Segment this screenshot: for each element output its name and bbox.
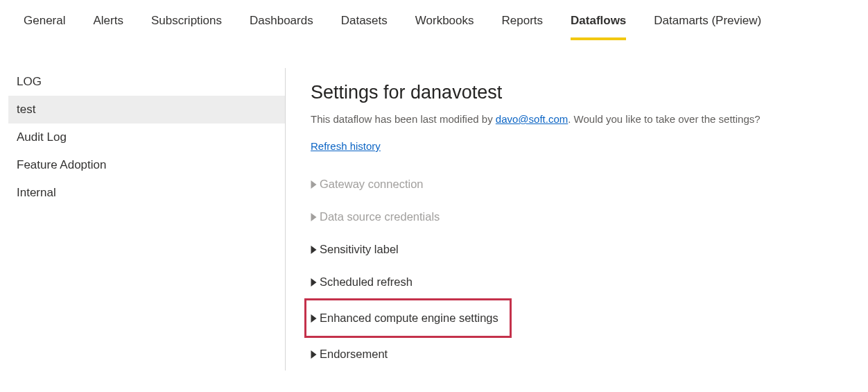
sidebar-item-test[interactable]: test — [8, 96, 285, 123]
tab-workbooks[interactable]: Workbooks — [415, 14, 474, 40]
tab-general[interactable]: General — [24, 14, 65, 40]
accordion-endorsement[interactable]: Endorsement — [311, 338, 868, 370]
subtitle: This dataflow has been last modified by … — [311, 113, 868, 125]
content-area: LOG test Audit Log Feature Adoption Inte… — [0, 40, 868, 370]
accordion-label: Gateway connection — [320, 178, 424, 191]
caret-right-icon — [311, 314, 317, 323]
tab-reports[interactable]: Reports — [502, 14, 544, 40]
caret-right-icon — [311, 350, 317, 359]
tab-bar: General Alerts Subscriptions Dashboards … — [0, 0, 868, 40]
main-panel: Settings for danavotest This dataflow ha… — [286, 68, 868, 370]
tab-dataflows[interactable]: Dataflows — [571, 14, 626, 40]
subtitle-prefix: This dataflow has been last modified by — [311, 113, 496, 125]
caret-right-icon — [311, 278, 317, 287]
tab-subscriptions[interactable]: Subscriptions — [151, 14, 222, 40]
accordion-label: Scheduled refresh — [320, 275, 413, 289]
subtitle-suffix: . Would you like to take over the settin… — [568, 113, 760, 125]
sidebar-item-audit-log[interactable]: Audit Log — [8, 123, 285, 151]
sidebar-item-feature-adoption[interactable]: Feature Adoption — [8, 151, 285, 179]
accordion-label: Endorsement — [320, 348, 388, 361]
accordion-scheduled-refresh[interactable]: Scheduled refresh — [311, 266, 868, 298]
refresh-history-row: Refresh history — [311, 140, 868, 153]
tab-alerts[interactable]: Alerts — [93, 14, 123, 40]
caret-right-icon — [311, 180, 317, 189]
accordion-sensitivity-label[interactable]: Sensitivity label — [311, 233, 868, 266]
accordion-enhanced-compute-engine[interactable]: Enhanced compute engine settings — [304, 298, 512, 338]
accordion-data-source-credentials[interactable]: Data source credentials — [311, 201, 868, 233]
accordion-label: Sensitivity label — [320, 243, 399, 256]
caret-right-icon — [311, 246, 317, 254]
caret-right-icon — [311, 213, 317, 221]
accordion-label: Enhanced compute engine settings — [320, 312, 498, 325]
owner-email-link[interactable]: davo@soft.com — [496, 113, 568, 125]
accordion-gateway-connection[interactable]: Gateway connection — [311, 168, 868, 201]
refresh-history-link[interactable]: Refresh history — [311, 140, 381, 152]
tab-datasets[interactable]: Datasets — [341, 14, 388, 40]
page-title: Settings for danavotest — [311, 82, 868, 103]
sidebar: LOG test Audit Log Feature Adoption Inte… — [0, 68, 286, 370]
sidebar-item-log[interactable]: LOG — [8, 68, 285, 96]
tab-dashboards[interactable]: Dashboards — [250, 14, 313, 40]
sidebar-item-internal[interactable]: Internal — [8, 179, 285, 207]
tab-datamarts[interactable]: Datamarts (Preview) — [654, 14, 761, 40]
accordion-label: Data source credentials — [320, 210, 440, 223]
